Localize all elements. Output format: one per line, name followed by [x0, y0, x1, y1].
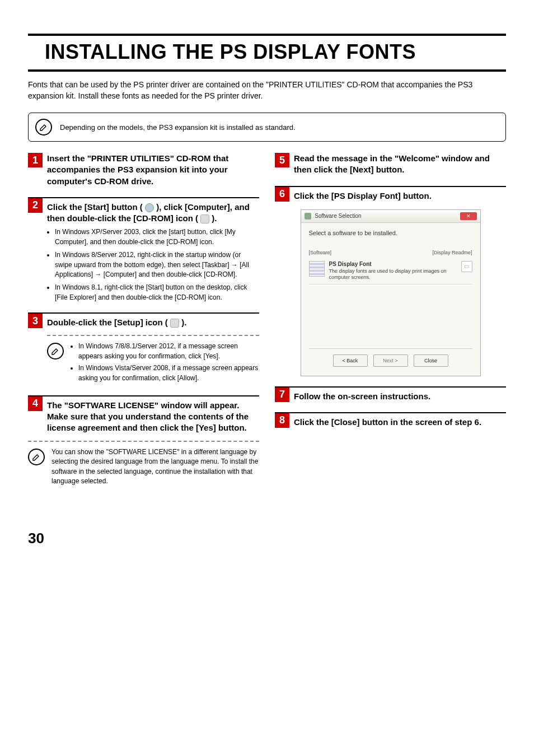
step-2-title: Click the [Start] button ( ), click [Com…	[47, 202, 259, 225]
step-2-title-c: ).	[212, 213, 217, 223]
step-2-bullet: In Windows XP/Server 2003, click the [st…	[55, 227, 259, 247]
pencil-note-icon	[28, 449, 45, 465]
step-1-title: Insert the "PRINTER UTILITIES" CD-ROM th…	[47, 153, 259, 187]
step-6-title: Click the [PS Display Font] button.	[294, 190, 432, 202]
step-4-note: You can show the "SOFTWARE LICENSE" in a…	[51, 447, 259, 487]
intro-text: Fonts that can be used by the PS printer…	[28, 80, 506, 101]
page-number: 30	[28, 530, 506, 547]
step-number: 4	[28, 396, 43, 411]
step-5-title: Read the message in the "Welcome" window…	[294, 153, 506, 176]
dialog-titlebar: Software Selection ✕	[301, 210, 480, 223]
step-3-title: Double-click the [Setup] icon ( ).	[47, 317, 186, 328]
software-item-icon	[309, 261, 325, 277]
step-3-title-b: ).	[181, 318, 186, 327]
dialog-col-software: [Software]	[309, 250, 332, 255]
step-number: 2	[28, 198, 43, 213]
software-item-name: PS Display Font	[329, 261, 457, 267]
step-number: 6	[275, 187, 289, 202]
step-number: 1	[28, 153, 43, 167]
setup-icon	[170, 319, 179, 328]
page-title: INSTALLING THE PS DISPLAY FONTS	[45, 40, 506, 64]
step-number: 3	[28, 314, 43, 328]
display-readme-button[interactable]: ▭	[461, 261, 472, 272]
step-4-title: The "SOFTWARE LICENSE" window will appea…	[47, 400, 259, 434]
step-number: 8	[275, 413, 289, 428]
step-7-title: Follow the on-screen instructions.	[294, 391, 430, 402]
pencil-note-icon	[47, 343, 64, 360]
step-2-title-a: Click the [Start] button (	[47, 202, 143, 212]
dialog-col-readme: [Display Readme]	[432, 250, 472, 255]
dialog-instruction: Select a software to be installed.	[309, 230, 472, 236]
software-item-desc: The display fonts are used to display pr…	[329, 268, 457, 281]
step-3-note-bullet: In Windows Vista/Server 2008, if a messa…	[78, 363, 259, 383]
software-selection-dialog: Software Selection ✕ Select a software t…	[301, 209, 481, 376]
step-3-note-bullet: In Windows 7/8/8.1/Server 2012, if a mes…	[78, 342, 259, 361]
pencil-note-icon	[35, 119, 52, 136]
top-note-box: Depending on the models, the PS3 expansi…	[28, 113, 506, 142]
next-button: Next >	[373, 354, 408, 367]
close-icon[interactable]: ✕	[460, 212, 477, 220]
software-item-ps-display-font[interactable]: PS Display Font The display fonts are us…	[309, 258, 472, 284]
top-note-text: Depending on the models, the PS3 expansi…	[60, 123, 296, 132]
cdrom-disc-icon	[200, 214, 209, 223]
back-button[interactable]: < Back	[333, 354, 368, 367]
step-3-title-a: Double-click the [Setup] icon (	[47, 318, 168, 327]
close-button[interactable]: Close	[414, 354, 448, 367]
step-number: 5	[275, 153, 289, 167]
start-button-icon	[145, 203, 154, 212]
step-number: 7	[275, 388, 289, 402]
step-8-title: Click the [Close] button in the screen o…	[294, 417, 481, 428]
step-2-bullet: In Windows 8.1, right-click the [Start] …	[55, 283, 259, 302]
step-2-bullet: In Windows 8/Server 2012, right-click in…	[55, 250, 259, 279]
window-app-icon	[305, 213, 311, 220]
dialog-title: Software Selection	[315, 213, 361, 219]
